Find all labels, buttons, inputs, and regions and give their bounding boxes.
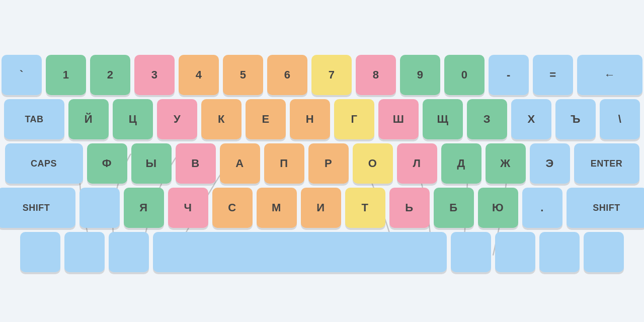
key-н[interactable]: Н [290, 99, 330, 139]
keyboard: ` 1 2 3 4 5 6 7 8 9 0 - = ← TAB Й Ц У К … [20, 55, 624, 272]
key-г[interactable]: Г [334, 99, 374, 139]
key-ф[interactable]: Ф [87, 143, 127, 184]
key-з[interactable]: З [467, 99, 507, 139]
key-minus[interactable]: - [489, 55, 529, 95]
key-с[interactable]: С [212, 188, 253, 228]
key-extra[interactable] [79, 188, 120, 228]
key-equals[interactable]: = [533, 55, 573, 95]
key-х[interactable]: Х [511, 99, 551, 139]
key-и[interactable]: И [301, 188, 341, 228]
key-е[interactable]: Е [246, 99, 286, 139]
key-backslash[interactable]: \ [600, 99, 640, 139]
row-home: CAPS Ф Ы В А П Р О Л Д Ж Э ENTER [20, 143, 624, 184]
key-shift-left[interactable]: SHIFT [0, 188, 75, 228]
key-tab[interactable]: TAB [4, 99, 64, 139]
row-top: TAB Й Ц У К Е Н Г Ш Щ З Х Ъ \ [20, 99, 624, 139]
key-caps[interactable]: CAPS [5, 143, 83, 184]
key-ж[interactable]: Ж [486, 143, 526, 184]
key-4[interactable]: 4 [179, 55, 219, 95]
row-space [20, 232, 624, 272]
key-я[interactable]: Я [124, 188, 164, 228]
key-л[interactable]: Л [397, 143, 437, 184]
row-bottom: SHIFT Я Ч С М И Т Ь Б Ю . SHIFT [20, 188, 624, 228]
key-space[interactable] [153, 232, 447, 272]
key-й[interactable]: Й [68, 99, 109, 139]
key-п[interactable]: П [264, 143, 304, 184]
key-щ[interactable]: Щ [423, 99, 463, 139]
key-fn[interactable] [539, 232, 580, 272]
key-enter[interactable]: ENTER [574, 143, 639, 184]
key-р[interactable]: Р [308, 143, 349, 184]
key-т[interactable]: Т [345, 188, 385, 228]
key-б[interactable]: Б [434, 188, 474, 228]
key-shift-right[interactable]: SHIFT [567, 188, 645, 228]
key-2[interactable]: 2 [90, 55, 130, 95]
key-д[interactable]: Д [441, 143, 481, 184]
key-а[interactable]: А [220, 143, 260, 184]
key-1[interactable]: 1 [46, 55, 86, 95]
key-8[interactable]: 8 [356, 55, 396, 95]
key-9[interactable]: 9 [400, 55, 440, 95]
key-э[interactable]: Э [530, 143, 570, 184]
key-ц[interactable]: Ц [113, 99, 153, 139]
key-ctrl-left[interactable] [20, 232, 60, 272]
key-ш[interactable]: Ш [378, 99, 419, 139]
key-5[interactable]: 5 [223, 55, 263, 95]
key-о[interactable]: О [353, 143, 393, 184]
key-ы[interactable]: Ы [131, 143, 172, 184]
key-к[interactable]: К [201, 99, 242, 139]
key-у[interactable]: У [157, 99, 197, 139]
key-period[interactable]: . [522, 188, 562, 228]
key-6[interactable]: 6 [267, 55, 307, 95]
key-backspace[interactable]: ← [577, 55, 642, 95]
key-meta[interactable] [109, 232, 149, 272]
keyboard-wrapper: ` 1 2 3 4 5 6 7 8 9 0 - = ← TAB Й Ц У К … [15, 45, 629, 277]
key-ъ[interactable]: Ъ [555, 99, 596, 139]
key-7[interactable]: 7 [311, 55, 352, 95]
key-3[interactable]: 3 [134, 55, 175, 95]
row-numbers: ` 1 2 3 4 5 6 7 8 9 0 - = ← [20, 55, 624, 95]
key-alt-left[interactable] [64, 232, 105, 272]
key-meta-right[interactable] [451, 232, 491, 272]
key-в[interactable]: В [176, 143, 216, 184]
key-ь[interactable]: Ь [389, 188, 430, 228]
key-backtick[interactable]: ` [2, 55, 42, 95]
key-0[interactable]: 0 [444, 55, 485, 95]
key-ю[interactable]: Ю [478, 188, 518, 228]
key-ctrl-right[interactable] [584, 232, 624, 272]
key-м[interactable]: М [257, 188, 297, 228]
key-alt-right[interactable] [495, 232, 535, 272]
key-ч[interactable]: Ч [168, 188, 208, 228]
